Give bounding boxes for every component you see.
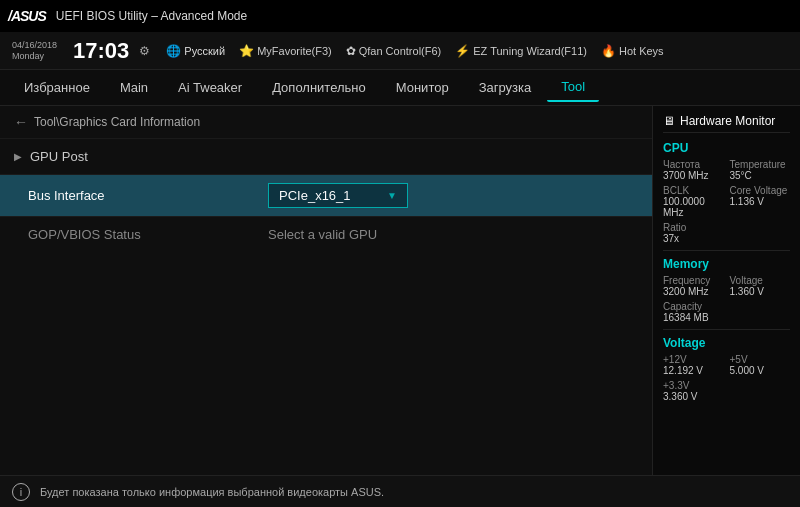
cpu-freq-label: Частота 3700 MHz	[663, 159, 724, 181]
cpu-bclk-voltage-grid: BCLK 100.0000 MHz Core Voltage 1.136 V	[663, 185, 790, 218]
gop-vbios-row: GOP/VBIOS Status Select a valid GPU	[0, 217, 652, 252]
mem-voltage-block: Voltage 1.360 V	[730, 275, 791, 297]
content-panel: ← Tool\Graphics Card Information ▶ GPU P…	[0, 106, 652, 475]
bus-interface-dropdown[interactable]: PCIe_x16_1 ▼	[268, 183, 408, 208]
globe-icon: 🌐	[166, 44, 181, 58]
ez-tuning-button[interactable]: ⚡ EZ Tuning Wizard(F11)	[455, 44, 587, 58]
mem-freq-block: Frequency 3200 MHz	[663, 275, 724, 297]
star-icon: ⭐	[239, 44, 254, 58]
volt-33v-block: +3.3V 3.360 V	[663, 380, 790, 402]
language-label[interactable]: Русский	[184, 45, 225, 57]
main-area: ← Tool\Graphics Card Information ▶ GPU P…	[0, 106, 800, 475]
expand-arrow-icon: ▶	[14, 151, 22, 162]
fan-icon: ✿	[346, 44, 356, 58]
status-bar: i Будет показана только информация выбра…	[0, 475, 800, 507]
volt-5v-block: +5V 5.000 V	[730, 354, 791, 376]
asus-logo: /ASUS	[8, 8, 46, 24]
voltage-section-title: Voltage	[663, 336, 790, 350]
menu-ai-tweaker[interactable]: Ai Tweaker	[164, 74, 256, 101]
hot-keys-button[interactable]: 🔥 Hot Keys	[601, 44, 664, 58]
menu-tool[interactable]: Tool	[547, 73, 599, 102]
window-title: UEFI BIOS Utility – Advanced Mode	[56, 9, 247, 23]
nav-links: 🌐 Русский ⭐ MyFavorite(F3) ✿ Qfan Contro…	[166, 44, 663, 58]
fire-icon: 🔥	[601, 44, 616, 58]
gpu-post-header[interactable]: ▶ GPU Post	[14, 149, 638, 164]
volt-12v-block: +12V 12.192 V	[663, 354, 724, 376]
date: 04/16/2018	[12, 40, 57, 51]
monitor-icon: 🖥	[663, 114, 675, 128]
mem-capacity-block: Capacity 16384 MB	[663, 301, 790, 323]
menu-bar: Избранное Main Ai Tweaker Дополнительно …	[0, 70, 800, 106]
mem-freq-voltage-grid: Frequency 3200 MHz Voltage 1.360 V	[663, 275, 790, 297]
menu-dopolnitelno[interactable]: Дополнительно	[258, 74, 380, 101]
cpu-ratio-block: Ratio 37x	[663, 222, 790, 244]
gop-vbios-label: GOP/VBIOS Status	[28, 227, 268, 242]
time-display: 17:03	[73, 38, 129, 64]
cpu-freq-temp-grid: Частота 3700 MHz Temperature 35°C	[663, 159, 790, 181]
datetime-bar: 04/16/2018 Monday 17:03 ⚙ 🌐 Русский ⭐ My…	[0, 32, 800, 70]
qfan-button[interactable]: ✿ Qfan Control(F6)	[346, 44, 442, 58]
volt-12-5-grid: +12V 12.192 V +5V 5.000 V	[663, 354, 790, 376]
memory-section-title: Memory	[663, 257, 790, 271]
menu-zagruzka[interactable]: Загрузка	[465, 74, 546, 101]
memory-voltage-divider	[663, 329, 790, 330]
cpu-section-title: CPU	[663, 141, 790, 155]
bus-interface-value: PCIe_x16_1 ▼	[268, 183, 408, 208]
cpu-temp-block: Temperature 35°C	[730, 159, 791, 181]
cpu-core-voltage-block: Core Voltage 1.136 V	[730, 185, 791, 218]
cpu-bclk-block: BCLK 100.0000 MHz	[663, 185, 724, 218]
settings-icon[interactable]: ⚙	[139, 44, 150, 58]
menu-izbrannoye[interactable]: Избранное	[10, 74, 104, 101]
menu-main[interactable]: Main	[106, 74, 162, 101]
date-block: 04/16/2018 Monday	[12, 40, 57, 62]
myfavorite-button[interactable]: ⭐ MyFavorite(F3)	[239, 44, 332, 58]
top-bar: /ASUS UEFI BIOS Utility – Advanced Mode	[0, 0, 800, 32]
breadcrumb-path: Tool\Graphics Card Information	[34, 115, 200, 129]
breadcrumb: ← Tool\Graphics Card Information	[0, 106, 652, 139]
hw-monitor-title: Hardware Monitor	[680, 114, 775, 128]
info-icon: i	[12, 483, 30, 501]
gop-vbios-value: Select a valid GPU	[268, 227, 377, 242]
wand-icon: ⚡	[455, 44, 470, 58]
gpu-post-section: ▶ GPU Post	[0, 139, 652, 175]
day: Monday	[12, 51, 57, 62]
hw-monitor-header: 🖥 Hardware Monitor	[663, 114, 790, 133]
back-arrow-icon[interactable]: ←	[14, 114, 28, 130]
bus-interface-label: Bus Interface	[28, 188, 268, 203]
hw-monitor-panel: 🖥 Hardware Monitor CPU Частота 3700 MHz …	[652, 106, 800, 475]
dropdown-arrow-icon: ▼	[387, 190, 397, 201]
bus-interface-row[interactable]: Bus Interface PCIe_x16_1 ▼	[0, 175, 652, 217]
gpu-post-label: GPU Post	[30, 149, 88, 164]
status-message: Будет показана только информация выбранн…	[40, 486, 384, 498]
menu-monitor[interactable]: Монитор	[382, 74, 463, 101]
dropdown-selected-value: PCIe_x16_1	[279, 188, 351, 203]
cpu-memory-divider	[663, 250, 790, 251]
language-button[interactable]: 🌐 Русский	[166, 44, 225, 58]
